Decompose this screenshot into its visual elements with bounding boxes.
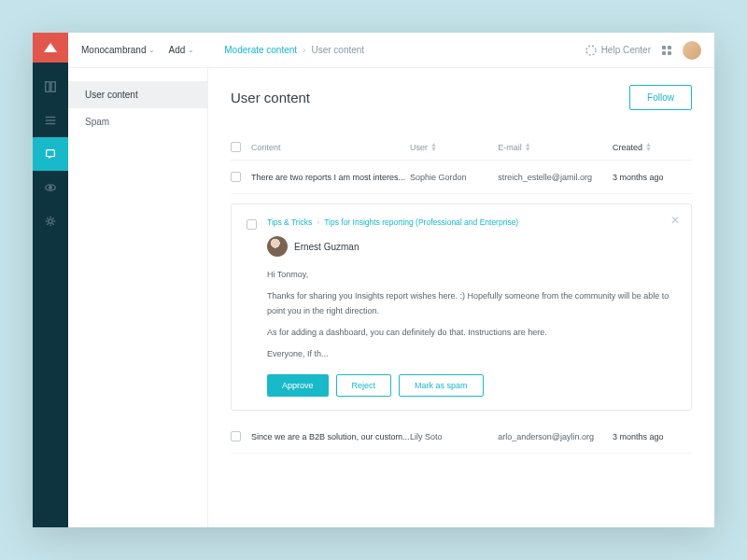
table-header: Content User▲▼ E-mail▲▼ Created▲▼ <box>231 134 692 161</box>
card-p4: Everyone, If th... <box>267 347 676 361</box>
main-area: Monocambrand ⌄ Add ⌄ Moderate content › … <box>68 33 714 527</box>
svg-point-9 <box>586 46 596 55</box>
header-content: Content <box>251 143 410 152</box>
body: User content Spam User content Follow Co… <box>68 68 714 527</box>
chevron-right-icon: › <box>317 217 319 227</box>
nav-rail <box>33 33 68 527</box>
nav-item-2[interactable] <box>33 104 68 137</box>
expanded-card: ✕ Tips & Tricks › Tips for Insights repo… <box>231 203 692 411</box>
card-avatar <box>267 236 288 257</box>
select-all-checkbox[interactable] <box>231 142 241 152</box>
sort-icon: ▲▼ <box>430 143 437 150</box>
svg-rect-1 <box>51 82 55 92</box>
card-breadcrumb: Tips & Tricks › Tips for Insights report… <box>267 217 676 227</box>
row-created: 3 months ago <box>613 432 692 441</box>
approve-button[interactable]: Approve <box>267 374 329 397</box>
help-icon <box>585 45 597 56</box>
row-email: streich_estelle@jamil.org <box>498 173 613 182</box>
add-menu[interactable]: Add ⌄ <box>168 45 194 55</box>
row-checkbox[interactable] <box>231 431 241 441</box>
nav-item-4[interactable] <box>33 171 68 204</box>
row-email: arlo_anderson@jaylin.org <box>498 432 613 441</box>
row-content: Since we are a B2B solution, our custom.… <box>251 432 410 441</box>
sort-icon: ▲▼ <box>645 143 652 150</box>
card-checkbox[interactable] <box>247 219 257 230</box>
reject-button[interactable]: Reject <box>336 374 392 397</box>
svg-rect-5 <box>47 150 55 157</box>
content: User content Follow Content User▲▼ E-mai… <box>208 68 714 527</box>
svg-point-8 <box>49 219 52 223</box>
card-p3: As for adding a dashboard, you can defin… <box>267 326 676 340</box>
topbar: Monocambrand ⌄ Add ⌄ Moderate content › … <box>68 33 714 68</box>
table-row[interactable]: There are two reports I am most interes.… <box>231 161 692 194</box>
nav-item-1[interactable] <box>33 70 68 104</box>
help-label: Help Center <box>601 45 651 55</box>
breadcrumb-current: User content <box>311 45 364 55</box>
chevron-down-icon: ⌄ <box>188 46 194 54</box>
header-email[interactable]: E-mail▲▼ <box>498 143 613 152</box>
nav-item-moderate[interactable] <box>33 137 68 171</box>
sidebar: User content Spam <box>68 68 208 527</box>
header-user[interactable]: User▲▼ <box>410 143 498 152</box>
apps-icon[interactable] <box>662 46 671 55</box>
logo[interactable] <box>33 33 68 63</box>
sidebar-item-spam[interactable]: Spam <box>68 108 207 135</box>
card-bc-a[interactable]: Tips & Tricks <box>267 217 312 227</box>
nav-item-settings[interactable] <box>33 204 68 238</box>
add-label: Add <box>168 45 185 55</box>
close-icon[interactable]: ✕ <box>670 214 680 227</box>
chevron-right-icon: › <box>303 45 305 55</box>
row-user: Lily Soto <box>410 432 498 441</box>
card-username: Ernest Guzman <box>294 242 359 252</box>
row-content: There are two reports I am most interes.… <box>251 173 410 182</box>
row-user: Sophie Gordon <box>410 173 498 182</box>
user-avatar[interactable] <box>683 41 701 60</box>
card-bc-b[interactable]: Tips for Insights reporting (Professiona… <box>324 217 518 227</box>
row-checkbox[interactable] <box>231 172 241 182</box>
sidebar-item-user-content[interactable]: User content <box>68 81 207 108</box>
header-created[interactable]: Created▲▼ <box>613 143 692 152</box>
breadcrumb-root[interactable]: Moderate content <box>224 45 297 55</box>
table-row[interactable]: Since we are a B2B solution, our custom.… <box>231 420 692 454</box>
org-selector[interactable]: Monocambrand ⌄ <box>81 45 155 55</box>
svg-rect-0 <box>46 82 49 92</box>
help-center-link[interactable]: Help Center <box>585 45 651 56</box>
app-window: Monocambrand ⌄ Add ⌄ Moderate content › … <box>33 33 714 527</box>
card-p1: Hi Tonmoy, <box>267 268 676 282</box>
breadcrumb: Moderate content › User content <box>224 45 364 55</box>
sort-icon: ▲▼ <box>525 143 531 150</box>
card-p2: Thanks for sharing you Insights report w… <box>267 289 676 318</box>
mark-spam-button[interactable]: Mark as spam <box>399 374 484 397</box>
follow-button[interactable]: Follow <box>629 85 692 110</box>
svg-point-7 <box>49 187 52 189</box>
page-title: User content <box>231 90 310 105</box>
org-name: Monocambrand <box>81 45 146 55</box>
row-created: 3 months ago <box>613 173 692 182</box>
chevron-down-icon: ⌄ <box>148 46 155 54</box>
